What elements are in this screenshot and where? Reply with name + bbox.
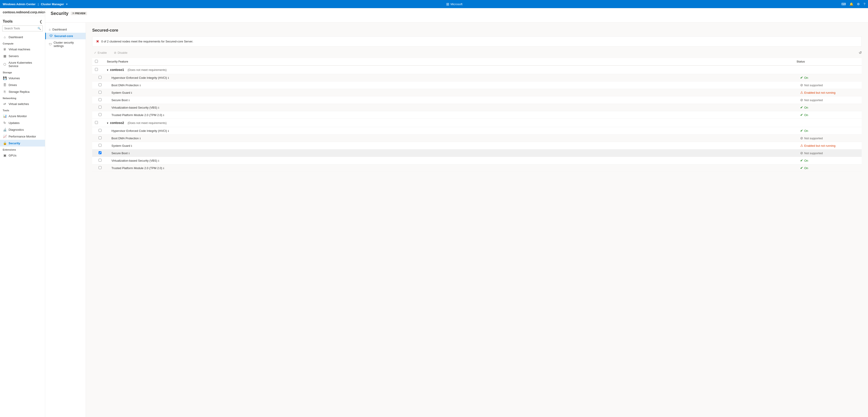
table-header: Security Feature Status bbox=[92, 58, 862, 66]
table-row[interactable]: Virtualization-based Security (VBS)ℹ ✔ O… bbox=[92, 157, 862, 164]
feature-name-cell: Boot DMA Protectionℹ bbox=[104, 81, 794, 89]
info-icon[interactable]: ℹ bbox=[158, 106, 159, 109]
settings-button[interactable]: ⚙ bbox=[857, 2, 860, 6]
feature-checkbox[interactable] bbox=[98, 166, 101, 169]
sidebar-item-updates[interactable]: ↻ Updates bbox=[0, 119, 45, 126]
table-row[interactable]: System Guardℹ ⚠ Enabled but not running bbox=[92, 142, 862, 149]
sidebar-item-volumes[interactable]: 💾 Volumes bbox=[0, 75, 45, 81]
feature-checkbox[interactable] bbox=[98, 151, 101, 154]
feature-status-cell: ⚠ Enabled but not running bbox=[794, 142, 862, 149]
table-row[interactable]: Hypervisor Enforced Code Integrity (HVCI… bbox=[92, 127, 862, 135]
enable-button[interactable]: ✓ Enable bbox=[92, 50, 108, 55]
status-on: ✔ On bbox=[800, 129, 859, 133]
table-row[interactable]: Trusted Platform Module 2.0 (TPM 2.0)ℹ ✔… bbox=[92, 164, 862, 172]
select-all-checkbox[interactable] bbox=[95, 60, 98, 63]
sub-nav-cluster-security[interactable]: 🛡 Cluster security settings bbox=[45, 39, 86, 49]
feature-name: Boot DMA Protection bbox=[112, 137, 139, 140]
refresh-button[interactable]: ↺ bbox=[859, 50, 862, 55]
topbar-right: ⌨ 🔔 ⚙ ? bbox=[841, 2, 865, 6]
info-icon[interactable]: ℹ bbox=[168, 130, 169, 132]
status-not-supported: ⊘ Not supported bbox=[800, 136, 859, 140]
feature-checkbox[interactable] bbox=[98, 76, 101, 79]
drives-icon: 🗄 bbox=[3, 83, 7, 87]
info-icon[interactable]: ℹ bbox=[168, 76, 169, 79]
sidebar-item-servers[interactable]: ▦ Servers bbox=[0, 53, 45, 59]
group-checkbox-0[interactable] bbox=[95, 68, 98, 71]
info-icon[interactable]: ℹ bbox=[131, 144, 132, 147]
feature-checkbox[interactable] bbox=[98, 159, 101, 162]
feature-checkbox[interactable] bbox=[98, 113, 101, 116]
sidebar-title: Tools bbox=[3, 19, 13, 24]
info-icon[interactable]: ℹ bbox=[140, 84, 141, 87]
cluster-manager-link[interactable]: Cluster Manager bbox=[41, 2, 64, 6]
feature-checkbox[interactable] bbox=[98, 106, 101, 109]
feature-name-cell: Hypervisor Enforced Code Integrity (HVCI… bbox=[104, 74, 794, 81]
check-icon: ✔ bbox=[800, 159, 803, 163]
table-row[interactable]: Secure Bootℹ ⊘ Not supported bbox=[92, 149, 862, 157]
feature-name-cell: Trusted Platform Module 2.0 (TPM 2.0)ℹ bbox=[104, 164, 794, 172]
sidebar-item-azure-monitor[interactable]: 📊 Azure Monitor bbox=[0, 113, 45, 119]
sidebar-item-dashboard[interactable]: ⌂ Dashboard bbox=[0, 34, 45, 40]
not-supported-icon: ⊘ bbox=[800, 136, 803, 140]
sidebar-collapse-button[interactable]: ❮ bbox=[39, 20, 42, 24]
extensions-section-label: Extensions bbox=[0, 146, 45, 152]
sidebar-item-label: Updates bbox=[8, 121, 20, 125]
sidebar-item-performance-monitor[interactable]: 📈 Performance Monitor bbox=[0, 133, 45, 140]
search-input[interactable] bbox=[2, 26, 43, 31]
sidebar-item-storage-replica[interactable]: ⎘ Storage Replica bbox=[0, 88, 45, 95]
sub-nav-dashboard[interactable]: ⌂ Dashboard bbox=[45, 26, 86, 33]
table-row[interactable]: Boot DMA Protectionℹ ⊘ Not supported bbox=[92, 135, 862, 142]
feature-checkbox[interactable] bbox=[98, 83, 101, 86]
sidebar-item-diagnostics[interactable]: 🔬 Diagnostics bbox=[0, 126, 45, 133]
help-button[interactable]: ? bbox=[864, 2, 865, 6]
alert-icon: ✖ bbox=[96, 39, 99, 43]
info-icon[interactable]: ℹ bbox=[163, 114, 164, 116]
feature-checkbox[interactable] bbox=[98, 136, 101, 139]
sub-nav-label: Dashboard bbox=[53, 28, 67, 31]
expand-icon: ▾ bbox=[107, 69, 108, 71]
table-group-row[interactable]: ▾ contoso1 (Does not meet requirements) bbox=[92, 66, 862, 74]
sidebar-item-virtual-switches[interactable]: ⇄ Virtual switches bbox=[0, 101, 45, 107]
feature-check-cell bbox=[92, 111, 104, 119]
sub-nav-label: Cluster security settings bbox=[54, 41, 82, 48]
feature-checkbox[interactable] bbox=[98, 91, 101, 94]
feature-checkbox[interactable] bbox=[98, 129, 101, 132]
feature-name-cell: System Guardℹ bbox=[104, 89, 794, 96]
info-icon[interactable]: ℹ bbox=[158, 160, 159, 162]
notifications-button[interactable]: 🔔 bbox=[849, 2, 853, 6]
feature-checkbox[interactable] bbox=[98, 98, 101, 101]
feature-status-cell: ✔ On bbox=[794, 74, 862, 81]
sidebar-item-security[interactable]: 🔒 Security bbox=[0, 140, 45, 146]
status-warning: ⚠ Enabled but not running bbox=[800, 91, 859, 95]
sidebar-item-aks[interactable]: ⎔ Azure Kubernetes Service bbox=[0, 59, 45, 69]
info-icon[interactable]: ℹ bbox=[140, 137, 141, 140]
group-checkbox-1[interactable] bbox=[95, 121, 98, 124]
sidebar-item-drives[interactable]: 🗄 Drives bbox=[0, 81, 45, 88]
info-icon[interactable]: ℹ bbox=[163, 167, 164, 170]
not-supported-icon: ⊘ bbox=[800, 151, 803, 155]
feature-name: Virtualization-based Security (VBS) bbox=[112, 106, 157, 109]
info-icon[interactable]: ℹ bbox=[129, 152, 129, 155]
info-icon[interactable]: ℹ bbox=[131, 92, 132, 94]
terminal-button[interactable]: ⌨ bbox=[841, 2, 846, 6]
feature-name-cell: Secure Bootℹ bbox=[104, 96, 794, 104]
table-row[interactable]: Trusted Platform Module 2.0 (TPM 2.0)ℹ ✔… bbox=[92, 111, 862, 119]
networking-section-label: Networking bbox=[0, 95, 45, 101]
sub-nav-secured-core[interactable]: 🛡 Secured-core bbox=[45, 33, 86, 39]
disable-button[interactable]: ⊘ Disable bbox=[112, 50, 129, 55]
feature-name: Trusted Platform Module 2.0 (TPM 2.0) bbox=[112, 166, 162, 170]
sidebar-search-container: 🔍 bbox=[2, 26, 43, 31]
table-row[interactable]: System Guardℹ ⚠ Enabled but not running bbox=[92, 89, 862, 96]
sidebar-item-virtual-machines[interactable]: 🖥 Virtual machines bbox=[0, 46, 45, 53]
disable-icon: ⊘ bbox=[114, 51, 116, 55]
table-row[interactable]: Secure Bootℹ ⊘ Not supported bbox=[92, 96, 862, 104]
dashboard-icon: ⌂ bbox=[3, 35, 7, 39]
table-row[interactable]: Boot DMA Protectionℹ ⊘ Not supported bbox=[92, 81, 862, 89]
table-group-row[interactable]: ▾ contoso2 (Does not meet requirements) bbox=[92, 119, 862, 127]
feature-checkbox[interactable] bbox=[98, 144, 101, 147]
info-icon[interactable]: ℹ bbox=[129, 99, 129, 102]
status-on: ✔ On bbox=[800, 166, 859, 170]
sidebar-item-gpus[interactable]: ▣ GPUs bbox=[0, 152, 45, 159]
table-row[interactable]: Hypervisor Enforced Code Integrity (HVCI… bbox=[92, 74, 862, 81]
table-row[interactable]: Virtualization-based Security (VBS)ℹ ✔ O… bbox=[92, 104, 862, 111]
